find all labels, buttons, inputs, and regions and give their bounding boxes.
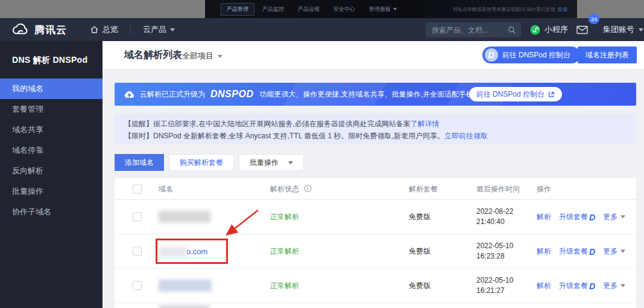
last-op-time: 2022-05-1016:23:28: [476, 241, 513, 261]
unread-count-badge: 24: [589, 14, 599, 24]
background-feedback-text: 对站点导航或者使用有建议或疑问,请向我们反馈反馈: [453, 6, 567, 13]
content-header: 域名解析列表 全部项目 D 前往 DNSPod 控制台 域名注册列表: [103, 41, 644, 69]
upgrade-banner: 云解析已正式升级为 DNSPOD 功能更强大、操作更便捷,支持域名共享、批量操作…: [115, 83, 636, 106]
sidebar-item-package-management[interactable]: 套餐管理: [0, 99, 103, 120]
chevron-down-icon: [218, 55, 223, 58]
sidebar-item-domain-parking[interactable]: 域名停靠: [0, 140, 103, 161]
top-navbar: 腾讯云 总览 云产品: [0, 18, 644, 41]
background-top-strip: 产品管理 产品监控 产品运维 安全中心 管理面板 对站点导航或者使用有建议或疑问…: [0, 0, 644, 18]
sidebar-item-batch-operations[interactable]: 批量操作: [0, 181, 103, 202]
more-dropdown[interactable]: 更多: [603, 281, 625, 291]
row-operations: 解析 升级套餐D 更多: [537, 212, 625, 222]
last-op-time: 2022-05-1016:21:27: [476, 275, 513, 296]
info-icon[interactable]: [304, 184, 312, 192]
sidebar-item-reverse-resolution[interactable]: 反向解析: [0, 161, 103, 181]
sidebar-item-my-domains[interactable]: 我的域名: [0, 79, 103, 99]
external-link-icon: [548, 91, 555, 98]
dnspod-wordmark: DNSPOD: [210, 89, 253, 100]
nav-cloud-products-label: 云产品: [143, 24, 166, 35]
claim-now-link[interactable]: 立即前往领取: [444, 132, 488, 140]
toolbar: 添加域名 购买解析套餐 批量操作: [115, 154, 304, 171]
blurred-domain[interactable]: [159, 280, 212, 292]
row-checkbox[interactable]: [133, 247, 142, 256]
domain-register-list-button[interactable]: 域名注册列表: [578, 47, 637, 63]
column-last-op-time: 最后操作时间: [476, 184, 520, 194]
feedback-link: 反馈: [558, 7, 567, 12]
select-all-checkbox[interactable]: [133, 184, 142, 193]
goto-dnspod-console-button[interactable]: D 前往 DNSPod 控制台: [482, 47, 580, 63]
account-label: 集团账号: [603, 24, 634, 35]
more-dropdown[interactable]: 更多: [603, 246, 625, 257]
package-label: 免费版: [409, 281, 431, 291]
add-domain-button[interactable]: 添加域名: [115, 154, 164, 171]
table-row: 正常解析 免费版 2022-08-2221:40:40 解析 升级套餐D 更多: [115, 200, 636, 234]
status-badge: 正常解析: [270, 281, 299, 291]
resolve-link[interactable]: 解析: [537, 281, 551, 291]
account-menu[interactable]: 集团账号: [603, 18, 643, 41]
upgrade-package-link[interactable]: 升级套餐D: [559, 281, 595, 291]
tencent-cloud-logo[interactable]: 腾讯云: [11, 23, 67, 37]
mini-program-label: 小程序: [545, 24, 568, 35]
nav-overview-label: 总览: [103, 24, 118, 35]
row-checkbox[interactable]: [133, 213, 142, 222]
upgrade-package-link[interactable]: 升级套餐D: [559, 212, 595, 222]
project-filter-label: 全部项目: [182, 51, 213, 62]
cloud-logo-icon: [11, 24, 29, 36]
search-icon[interactable]: [508, 26, 516, 34]
column-package: 解析套餐: [409, 184, 438, 194]
package-label: 免费版: [409, 246, 431, 257]
home-icon: [90, 25, 99, 34]
chevron-down-icon: [639, 28, 643, 31]
mini-program-entry[interactable]: 小程序: [530, 18, 568, 41]
more-dropdown[interactable]: 更多: [603, 212, 625, 222]
banner-goto-dnspod-button[interactable]: 前往 DNSPod 控制台: [469, 87, 562, 101]
resolve-link[interactable]: 解析: [537, 246, 551, 257]
table-row: 正常解析 免费版 2022-05-1016:21:27 解析 升级套餐D 更多: [115, 269, 636, 303]
sidebar-title: DNS 解析 DNSPod: [0, 41, 103, 79]
mini-program-icon: [530, 25, 540, 35]
row-operations: 解析 升级套餐D 更多: [537, 246, 625, 257]
row-checkbox[interactable]: [133, 281, 142, 290]
tencent-cloud-dns-console: 产品管理 产品监控 产品运维 安全中心 管理面板 对站点导航或者使用有建议或疑问…: [0, 0, 644, 308]
page-title: 域名解析列表: [124, 49, 182, 62]
search-box[interactable]: [426, 22, 521, 37]
envelope-icon: [576, 25, 588, 34]
dnspod-d-icon: D: [589, 281, 595, 290]
nav-overview[interactable]: 总览: [90, 24, 118, 35]
column-status: 解析状态: [270, 184, 312, 194]
table-row-partial: [115, 303, 636, 308]
chevron-down-icon: [288, 161, 293, 164]
notice-line-limited-offer: 【限时】DNSPod 全新解析套餐,全球 Anycast 支持,TTL 最低值 …: [124, 131, 488, 141]
sidebar-item-domain-sharing[interactable]: 域名共享: [0, 120, 103, 140]
nav-cloud-products[interactable]: 云产品: [143, 24, 175, 35]
notice-panel: 【提醒】据工信部要求,在中国大陆地区开展网站服务,必须在服务器提供商处完成网站备…: [115, 114, 636, 144]
learn-more-link[interactable]: 了解详情: [411, 120, 440, 128]
messages-button[interactable]: [576, 18, 588, 41]
chevron-down-icon: [620, 250, 625, 253]
column-operations: 操作: [537, 184, 551, 194]
sidebar-item-collaborative-subdomains[interactable]: 协作子域名: [0, 202, 103, 222]
batch-operations-label: 批量操作: [250, 158, 279, 168]
row-operations: 解析 升级套餐D 更多: [537, 281, 625, 291]
resolve-link[interactable]: 解析: [537, 212, 551, 222]
banner-prefix: 云解析已正式升级为: [140, 89, 205, 100]
chevron-down-icon: [170, 28, 175, 31]
dnspod-d-icon: D: [589, 212, 595, 222]
sidebar: DNS 解析 DNSPod 我的域名 套餐管理 域名共享 域名停靠 反向解析 批…: [0, 41, 103, 308]
background-nav-item: 产品监控: [256, 3, 290, 16]
dnspod-logo-icon: D: [485, 48, 498, 62]
batch-operations-dropdown[interactable]: 批量操作: [239, 154, 304, 171]
status-badge: 正常解析: [270, 246, 299, 257]
background-dark-banner: 产品管理 产品监控 产品运维 安全中心 管理面板 对站点导航或者使用有建议或疑问…: [205, 0, 577, 18]
search-input[interactable]: [426, 26, 508, 34]
project-filter-dropdown[interactable]: 全部项目: [182, 51, 223, 62]
buy-package-button[interactable]: 购买解析套餐: [169, 154, 234, 171]
blurred-domain[interactable]: [159, 211, 210, 223]
chevron-down-icon: [620, 284, 625, 287]
annotation-red-box: [156, 239, 228, 264]
dnspod-d-icon: D: [589, 246, 595, 256]
upgrade-package-link[interactable]: 升级套餐D: [559, 246, 595, 257]
goto-dnspod-console-label: 前往 DNSPod 控制台: [502, 50, 570, 60]
chevron-down-icon: [393, 8, 397, 10]
background-nav-item: 产品运维: [292, 3, 326, 16]
